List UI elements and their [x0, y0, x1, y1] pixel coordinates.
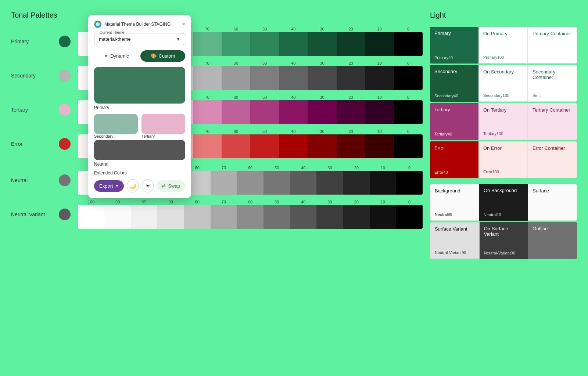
swatch-p30	[308, 32, 336, 56]
dynamic-label: Dynamic	[110, 53, 129, 59]
swatch-p0	[394, 32, 423, 56]
tertiary-cell-name: Tertiary	[434, 107, 474, 112]
export-button[interactable]: Export ▼	[94, 180, 124, 192]
neutral-variant-label: Neutral Variant	[11, 212, 59, 217]
dialog-close-button[interactable]: ×	[182, 21, 185, 27]
on-background-cell-value: Neutral10	[484, 213, 523, 217]
tertiary-cell: Tertiary Tertiary40	[430, 103, 478, 140]
neutral-palette-label: Neutral	[11, 177, 59, 183]
on-primary-cell: On Primary Primary100	[478, 27, 528, 64]
swatch-p60	[222, 32, 250, 56]
dialog-footer: Export ▼ 🌙 ☀ ⇄ Swap	[94, 179, 185, 192]
swatch-p40	[279, 32, 308, 56]
theme-selector-dropdown[interactable]: Current Theme material-theme ▼	[94, 33, 185, 45]
on-error-cell-value: Error100	[483, 170, 523, 174]
on-surface-variant-cell: On Surface Variant Neutral-Variant30	[480, 222, 528, 259]
primary-cell: Primary Primary40	[430, 27, 478, 64]
swatch-p50	[250, 32, 279, 56]
surface-variant-value: Neutral-Variant90	[435, 250, 475, 255]
background-cell-value: Neutral99	[435, 212, 474, 217]
primary-palette-label: Primary	[11, 39, 59, 44]
error-cell-value: Error40	[434, 170, 474, 174]
num-60: 60	[222, 27, 250, 31]
on-primary-cell-value: Primary100	[483, 55, 523, 59]
tertiary-container-cell: Tertiary Container	[528, 103, 577, 140]
num-50: 50	[250, 27, 279, 31]
color-previews: Primary Secondary Tertiary Neutral Exten…	[94, 67, 185, 176]
on-tertiary-cell: On Tertiary Tertiary100	[478, 103, 528, 140]
secondary-cell-value: Secondary40	[434, 94, 474, 98]
secondary-container-name: Secondary Container	[533, 69, 572, 80]
custom-tab[interactable]: 🎨 Custom	[140, 50, 185, 62]
on-error-cell-name: On Error	[483, 145, 523, 151]
error-cell: Error Error40	[430, 141, 478, 178]
tertiary-palette-label: Tertiary	[11, 107, 59, 113]
on-background-cell: On Background Neutral10	[479, 184, 528, 221]
primary-color-preview[interactable]	[94, 67, 185, 104]
dark-mode-button[interactable]: 🌙	[127, 179, 139, 192]
secondary-color-preview[interactable]	[94, 114, 138, 134]
secondary-tertiary-row: Secondary Tertiary	[94, 114, 185, 138]
secondary-preview-label: Secondary	[94, 134, 138, 138]
surface-cell: Surface	[528, 184, 577, 221]
secondary-palette-row: Secondary 100 90 80 70 60 50 40 30 20 10…	[11, 61, 423, 90]
neutral-color-preview[interactable]	[94, 140, 185, 160]
dynamic-tab[interactable]: ✦ Dynamic	[94, 50, 139, 62]
neutral-palette-row: Neutral 100 99 95 90 80 70 60 50 40 30 2…	[11, 166, 423, 195]
surface-variant-cell: Surface Variant Neutral-Variant90	[430, 222, 480, 259]
outline-cell-name: Outline	[533, 226, 573, 231]
moon-icon: 🌙	[130, 183, 136, 189]
primary-container-cell: Primary Container	[528, 27, 577, 64]
on-tertiary-cell-value: Tertiary100	[483, 131, 523, 136]
on-surface-variant-name: On Surface Variant	[484, 226, 524, 237]
error-container-cell: Error Container	[528, 141, 577, 178]
theme-surface-variant-row: Surface Variant Neutral-Variant90 On Sur…	[430, 222, 577, 259]
theme-primary-row: Primary Primary40 On Primary Primary100 …	[430, 27, 577, 64]
custom-label: Custom	[159, 53, 175, 59]
extended-colors-label: Extended Colors	[94, 170, 185, 176]
theme-selector-value: material-theme	[99, 36, 131, 42]
neutral-variant-swatches: 100 99 95 90 80 70 60 50 40 30 20 10 0	[78, 200, 423, 229]
swap-label: Swap	[168, 183, 180, 189]
background-cell-name: Background	[435, 188, 474, 194]
swatch-p70	[193, 32, 222, 56]
svg-point-0	[96, 22, 100, 26]
neutral-variant-strip	[78, 205, 423, 229]
num-0: 0	[394, 27, 423, 31]
chevron-down-icon: ▼	[176, 37, 180, 42]
secondary-cell-name: Secondary	[434, 69, 474, 74]
export-label: Export	[99, 183, 113, 189]
right-panel: Light Primary Primary40 On Primary Prima…	[430, 11, 577, 259]
neutral-variant-palette-row: Neutral Variant 100 99 95 90 80 70 60 50…	[11, 200, 423, 229]
primary-container-name: Primary Container	[533, 31, 572, 36]
on-error-cell: On Error Error100	[478, 141, 528, 178]
left-panel: Tonal Palettes Primary 100 90 80 70 60 5…	[11, 11, 423, 259]
swap-button[interactable]: ⇄ Swap	[157, 180, 185, 192]
theme-secondary-row: Secondary Secondary40 On Secondary Secon…	[430, 65, 577, 102]
on-primary-cell-name: On Primary	[483, 31, 523, 36]
num-30: 30	[308, 27, 336, 31]
dialog-title: Material Theme Builder STAGING	[104, 22, 171, 27]
error-palette-label: Error	[11, 141, 59, 147]
neutral-variant-numbers: 100 99 95 90 80 70 60 50 40 30 20 10 0	[78, 200, 423, 204]
light-mode-button[interactable]: ☀	[142, 179, 154, 192]
num-70: 70	[193, 27, 222, 31]
theme-background-row: Background Neutral99 On Background Neutr…	[430, 184, 577, 221]
error-cell-name: Error	[434, 145, 474, 151]
primary-cell-name: Primary	[434, 30, 474, 36]
surface-cell-name: Surface	[533, 188, 572, 194]
swap-icon: ⇄	[162, 183, 166, 189]
num-40: 40	[279, 27, 308, 31]
secondary-palette-label: Secondary	[11, 73, 59, 79]
tonal-palettes-title: Tonal Palettes	[11, 11, 423, 19]
primary-palette-row: Primary 100 90 80 70 60 50 40 30 20 10 0	[11, 27, 423, 56]
theme-grid: Primary Primary40 On Primary Primary100 …	[430, 27, 577, 259]
tertiary-color-preview[interactable]	[141, 114, 185, 134]
dialog-logo-icon	[94, 21, 101, 28]
primary-cell-value: Primary40	[434, 55, 474, 60]
dialog-title-row: Material Theme Builder STAGING	[94, 21, 171, 28]
tertiary-container-name: Tertiary Container	[533, 107, 572, 113]
swatch-p20	[337, 32, 365, 56]
custom-palette-icon: 🎨	[151, 53, 157, 59]
sun-icon: ☀	[146, 183, 150, 189]
